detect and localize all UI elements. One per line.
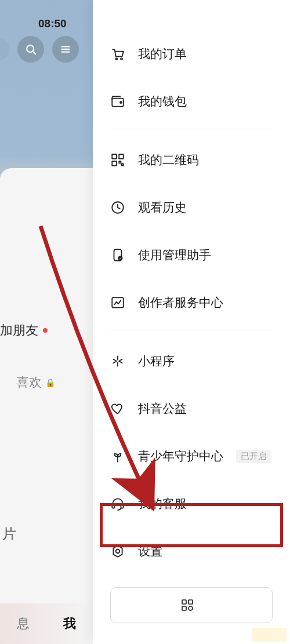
menu-item-label: 青少年守护中心: [138, 448, 223, 464]
svg-point-5: [115, 58, 117, 60]
menu-item-label: 我的二维码: [138, 152, 199, 168]
cart-icon: [110, 46, 125, 61]
menu-item-label: 观看历史: [138, 199, 187, 216]
menu-item-teen[interactable]: 青少年守护中心 已开启: [110, 432, 273, 480]
chart-icon: [110, 295, 125, 310]
svg-point-8: [120, 101, 122, 103]
svg-rect-22: [182, 600, 186, 604]
spark-icon: [110, 354, 125, 369]
side-drawer: 我的订单 我的钱包 我的二维码 观看历史 使用管理助手: [93, 0, 290, 644]
svg-marker-20: [113, 545, 122, 557]
tab-me[interactable]: 我: [63, 615, 76, 632]
menu-item-label: 创作者服务中心: [138, 294, 223, 311]
fragment-text: 片: [2, 525, 16, 543]
svg-rect-11: [112, 161, 117, 166]
status-badge: 已开启: [236, 450, 271, 463]
svg-point-25: [188, 606, 193, 610]
wallet-icon: [110, 94, 125, 109]
menu-item-label: 设置: [138, 543, 162, 559]
menu-item-miniapp[interactable]: 小程序: [110, 337, 273, 385]
add-friend-row[interactable]: 加朋友: [0, 322, 48, 339]
tab-like-label: 喜欢: [16, 374, 42, 391]
svg-rect-19: [121, 504, 123, 508]
svg-line-1: [33, 52, 35, 54]
menu-button[interactable]: [52, 36, 79, 63]
menu-item-label: 使用管理助手: [138, 247, 211, 263]
menu-item-qrcode[interactable]: 我的二维码: [110, 136, 273, 184]
menu-separator: [110, 330, 273, 330]
menu-separator: [110, 129, 273, 129]
svg-rect-9: [112, 154, 117, 159]
drawer-menu: 我的订单 我的钱包: [93, 30, 290, 125]
watermark: [252, 628, 287, 642]
menu-item-welfare[interactable]: 抖音公益: [110, 385, 273, 432]
bottom-tab-bar: 息 我: [0, 603, 93, 644]
search-button[interactable]: [17, 36, 44, 63]
menu-item-support[interactable]: 我的客服: [110, 480, 273, 527]
status-bar-time: 08:50: [38, 17, 67, 30]
add-friend-label: 加朋友: [0, 322, 38, 339]
svg-rect-23: [188, 600, 193, 604]
svg-rect-13: [122, 164, 124, 166]
svg-rect-24: [182, 606, 186, 610]
menu-item-label: 抖音公益: [138, 401, 187, 417]
menu-item-label: 我的客服: [138, 496, 187, 512]
clock-icon: [110, 200, 125, 215]
menu-item-history[interactable]: 观看历史: [110, 184, 273, 231]
headset-icon: [110, 496, 125, 511]
lock-icon: 🔒: [45, 378, 55, 387]
grid-icon: [180, 598, 194, 612]
qr-icon: [110, 152, 125, 168]
heart-icon: [110, 401, 125, 416]
menu-item-label: 我的钱包: [138, 93, 187, 110]
svg-rect-12: [119, 161, 121, 163]
svg-point-21: [116, 550, 120, 554]
svg-rect-10: [119, 154, 124, 159]
menu-item-settings[interactable]: 设置: [110, 527, 273, 575]
phone-setting-icon: [110, 248, 125, 263]
menu-item-creator[interactable]: 创作者服务中心: [110, 279, 273, 326]
menu-item-label: 我的订单: [138, 46, 187, 62]
profile-background: 08:50 加朋友 喜欢 🔒 片 息 我: [0, 0, 93, 644]
drawer-bottom-button[interactable]: [110, 587, 273, 623]
menu-item-wallet[interactable]: 我的钱包: [110, 78, 273, 125]
menu-item-orders[interactable]: 我的订单: [110, 30, 273, 78]
menu-item-label: 小程序: [138, 353, 175, 369]
gear-icon: [110, 544, 125, 559]
notification-dot-icon: [43, 328, 48, 333]
tab-like[interactable]: 喜欢 🔒: [16, 374, 55, 391]
menu-item-usage[interactable]: 使用管理助手: [110, 231, 273, 279]
sprout-icon: [110, 449, 125, 464]
svg-rect-18: [112, 504, 114, 508]
tab-messages[interactable]: 息: [17, 615, 30, 632]
top-circle-button[interactable]: [0, 38, 9, 61]
svg-point-6: [121, 58, 122, 60]
